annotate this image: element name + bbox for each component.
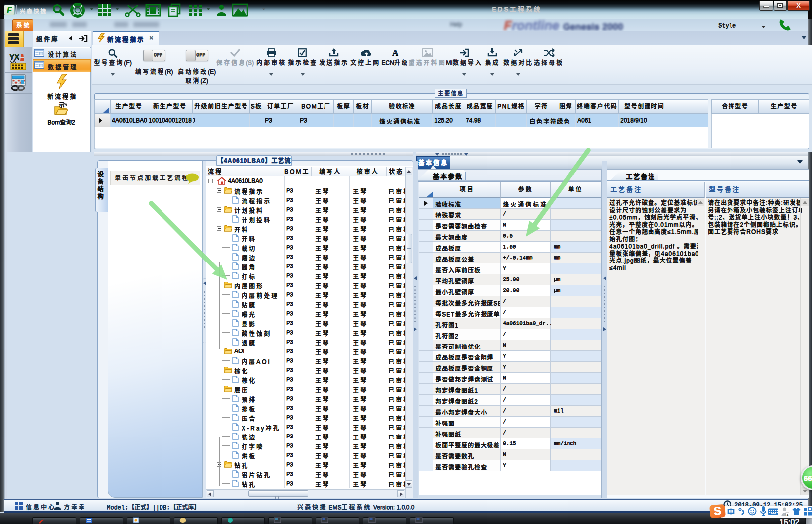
svg-text:A: A [392, 48, 399, 57]
